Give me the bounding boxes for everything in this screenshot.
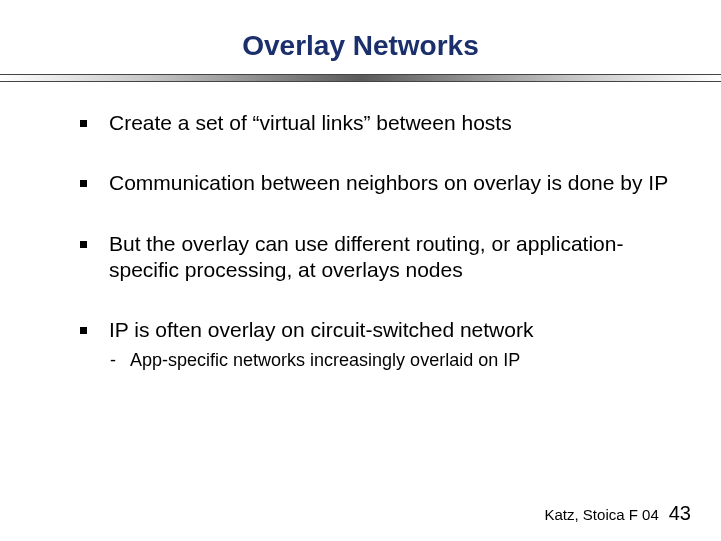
- bullet-text: Communication between neighbors on overl…: [109, 170, 671, 196]
- square-bullet-icon: [80, 180, 87, 187]
- slide: Overlay Networks Create a set of “virtua…: [0, 0, 721, 541]
- bullet-text: IP is often overlay on circuit-switched …: [109, 317, 671, 343]
- square-bullet-icon: [80, 120, 87, 127]
- bullet-text: Create a set of “virtual links” between …: [109, 110, 671, 136]
- divider-bar: [0, 74, 721, 82]
- page-number: 43: [669, 502, 691, 525]
- bullet-item: Create a set of “virtual links” between …: [80, 110, 671, 136]
- slide-title: Overlay Networks: [0, 0, 721, 74]
- slide-body: Create a set of “virtual links” between …: [0, 82, 721, 373]
- bullet-item: But the overlay can use different routin…: [80, 231, 671, 284]
- square-bullet-icon: [80, 241, 87, 248]
- bullet-item: Communication between neighbors on overl…: [80, 170, 671, 196]
- footer-attribution: Katz, Stoica F 04: [545, 506, 659, 523]
- sub-bullet-text: App-specific networks increasingly overl…: [130, 349, 520, 372]
- bullet-text: But the overlay can use different routin…: [109, 231, 671, 284]
- sub-bullet-item: - App-specific networks increasingly ove…: [110, 349, 671, 372]
- square-bullet-icon: [80, 327, 87, 334]
- dash-bullet-icon: -: [110, 349, 116, 372]
- bullet-item: IP is often overlay on circuit-switched …: [80, 317, 671, 343]
- slide-footer: Katz, Stoica F 04 43: [545, 502, 691, 525]
